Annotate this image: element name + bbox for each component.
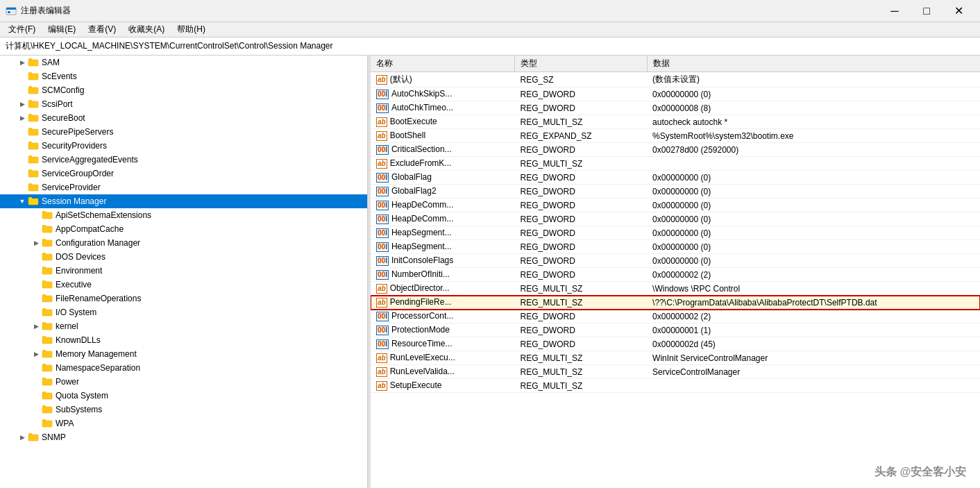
registry-name-text: HeapDeComm...	[391, 200, 453, 210]
tree-item[interactable]: I/O System	[0, 305, 367, 319]
menu-item-编辑(E)[interactable]: 编辑(E)	[42, 22, 81, 37]
tree-item[interactable]: SCMConfig	[0, 83, 367, 97]
tree-item[interactable]: SecurityProviders	[0, 139, 367, 153]
svg-rect-26	[28, 199, 38, 205]
tree-item[interactable]: ▶SecureBoot	[0, 111, 367, 125]
table-row[interactable]: 00IResourceTime...REG_DWORD0x0000002d (4…	[371, 337, 980, 351]
folder-icon	[42, 280, 53, 289]
table-row[interactable]: 00IAutoChkTimeo...REG_DWORD0x00000008 (8…	[371, 101, 980, 115]
reg-dword-icon: 00I	[376, 90, 389, 99]
svg-rect-34	[42, 254, 52, 260]
tree-item-label: ApiSetSchemaExtensions	[56, 210, 151, 220]
tree-item[interactable]: WPA	[0, 417, 367, 430]
expand-icon[interactable]: ▼	[17, 196, 28, 207]
table-row[interactable]: abRunLevelExecu...REG_MULTI_SZWinInit Se…	[371, 351, 980, 365]
reg-string-icon: ab	[376, 159, 387, 169]
table-row[interactable]: 00IGlobalFlagREG_DWORD0x00000000 (0)	[371, 171, 980, 185]
registry-name-cell: abRunLevelValida...	[371, 365, 515, 379]
tree-item-label: SecurityProviders	[42, 141, 107, 151]
registry-data-cell: (数值未设置)	[647, 72, 980, 87]
tree-item[interactable]: AppCompatCache	[0, 222, 367, 236]
svg-rect-8	[28, 74, 38, 80]
maximize-button[interactable]: □	[911, 0, 943, 22]
table-row[interactable]: 00ICriticalSection...REG_DWORD0x00278d00…	[371, 143, 980, 157]
tree-item[interactable]: ScEvents	[0, 69, 367, 83]
tree-item[interactable]: ▶SAM	[0, 56, 367, 69]
expand-icon[interactable]: ▶	[31, 348, 42, 360]
table-row[interactable]: 00IAutoChkSkipS...REG_DWORD0x00000000 (0…	[371, 87, 980, 101]
tree-item[interactable]: ServiceGroupOrder	[0, 167, 367, 180]
tree-item[interactable]: ▶ScsiPort	[0, 97, 367, 111]
table-row[interactable]: 00IHeapSegment...REG_DWORD0x00000000 (0)	[371, 226, 980, 240]
expand-icon	[17, 140, 28, 151]
expand-icon	[31, 335, 42, 346]
tree-item[interactable]: DOS Devices	[0, 250, 367, 264]
expand-icon[interactable]: ▶	[17, 112, 28, 124]
registry-name-cell: abExcludeFromK...	[371, 157, 515, 171]
table-row[interactable]: abExcludeFromK...REG_MULTI_SZ	[371, 157, 980, 171]
menu-item-文件(F)[interactable]: 文件(F)	[3, 22, 41, 37]
tree-item[interactable]: ServiceAggregatedEvents	[0, 153, 367, 167]
tree-item[interactable]: SecurePipeServers	[0, 125, 367, 139]
svg-rect-28	[42, 212, 52, 219]
table-row[interactable]: abObjectDirector...REG_MULTI_SZ\Windows …	[371, 282, 980, 296]
menu-item-帮助(H)[interactable]: 帮助(H)	[171, 22, 211, 37]
table-row[interactable]: 00IProtectionModeREG_DWORD0x00000001 (1)	[371, 323, 980, 337]
menu-item-收藏夹(A)[interactable]: 收藏夹(A)	[123, 22, 170, 37]
folder-icon	[42, 210, 53, 220]
table-row[interactable]: abBootShellREG_EXPAND_SZ%SystemRoot%\sys…	[371, 129, 980, 143]
expand-icon[interactable]: ▶	[31, 321, 42, 332]
menu-item-查看(V)[interactable]: 查看(V)	[83, 22, 121, 37]
folder-icon	[28, 432, 39, 442]
tree-item[interactable]: KnownDLLs	[0, 333, 367, 347]
tree-item-label: DOS Devices	[56, 252, 105, 262]
table-row[interactable]: ab(默认)REG_SZ(数值未设置)	[371, 72, 980, 87]
table-row[interactable]: 00IHeapSegment...REG_DWORD0x00000000 (0)	[371, 240, 980, 254]
tree-item-label: NamespaceSeparation	[56, 363, 140, 373]
table-row[interactable]: abSetupExecuteREG_MULTI_SZ	[371, 379, 980, 393]
tree-item[interactable]: ServiceProvider	[0, 180, 367, 194]
registry-type-cell: REG_MULTI_SZ	[515, 379, 648, 393]
table-column-header[interactable]: 类型	[515, 56, 648, 72]
expand-icon[interactable]: ▶	[17, 57, 28, 68]
table-row[interactable]: 00IHeapDeComm...REG_DWORD0x00000000 (0)	[371, 199, 980, 212]
expand-icon[interactable]: ▶	[17, 432, 28, 443]
table-row[interactable]: 00IGlobalFlag2REG_DWORD0x00000000 (0)	[371, 185, 980, 199]
registry-data-cell: 0x00000000 (0)	[647, 226, 980, 240]
tree-item[interactable]: ApiSetSchemaExtensions	[0, 208, 367, 222]
close-button[interactable]: ✕	[943, 0, 974, 22]
table-row[interactable]: abRunLevelValida...REG_MULTI_SZServiceCo…	[371, 365, 980, 379]
minimize-button[interactable]: ─	[879, 0, 911, 22]
tree-item[interactable]: FileRenameOperations	[0, 292, 367, 305]
expand-icon	[31, 418, 42, 429]
tree-item[interactable]: SubSystems	[0, 403, 367, 417]
tree-item[interactable]: Quota System	[0, 389, 367, 403]
table-row[interactable]: 00IInitConsoleFlagsREG_DWORD0x00000000 (…	[371, 254, 980, 268]
tree-item[interactable]: ▶Memory Management	[0, 347, 367, 361]
registry-data-cell: %SystemRoot%\system32\bootim.exe	[647, 129, 980, 143]
tree-item[interactable]: Executive	[0, 278, 367, 292]
table-row[interactable]: abBootExecuteREG_MULTI_SZautocheck autoc…	[371, 115, 980, 129]
reg-dword-icon: 00I	[376, 103, 389, 113]
tree-item[interactable]: ▼Session Manager	[0, 194, 367, 208]
table-column-header[interactable]: 数据	[647, 56, 980, 72]
table-row[interactable]: 00IProcessorCont...REG_DWORD0x00000002 (…	[371, 310, 980, 323]
table-row[interactable]: abPendingFileRe...REG_MULTI_SZ\??\C:\Pro…	[371, 296, 980, 310]
tree-item[interactable]: ▶Configuration Manager	[0, 236, 367, 250]
folder-icon	[42, 308, 53, 317]
table-row[interactable]: 00INumberOfIniti...REG_DWORD0x00000002 (…	[371, 268, 980, 282]
registry-data-cell: 0x00000000 (0)	[647, 212, 980, 226]
folder-icon	[42, 335, 53, 345]
expand-icon[interactable]: ▶	[17, 99, 28, 110]
tree-item[interactable]: Environment	[0, 264, 367, 278]
registry-name-text: ProtectionMode	[391, 325, 450, 335]
expand-icon[interactable]: ▶	[31, 237, 42, 249]
tree-item[interactable]: Power	[0, 375, 367, 389]
tree-item-label: Executive	[56, 280, 92, 289]
table-row[interactable]: 00IHeapDeComm...REG_DWORD0x00000000 (0)	[371, 212, 980, 226]
table-column-header[interactable]: 名称	[371, 56, 515, 72]
tree-item[interactable]: ▶kernel	[0, 319, 367, 333]
tree-item[interactable]: NamespaceSeparation	[0, 361, 367, 375]
tree-item[interactable]: ▶SNMP	[0, 430, 367, 444]
address-text: 计算机\HKEY_LOCAL_MACHINE\SYSTEM\CurrentCon…	[6, 40, 333, 52]
